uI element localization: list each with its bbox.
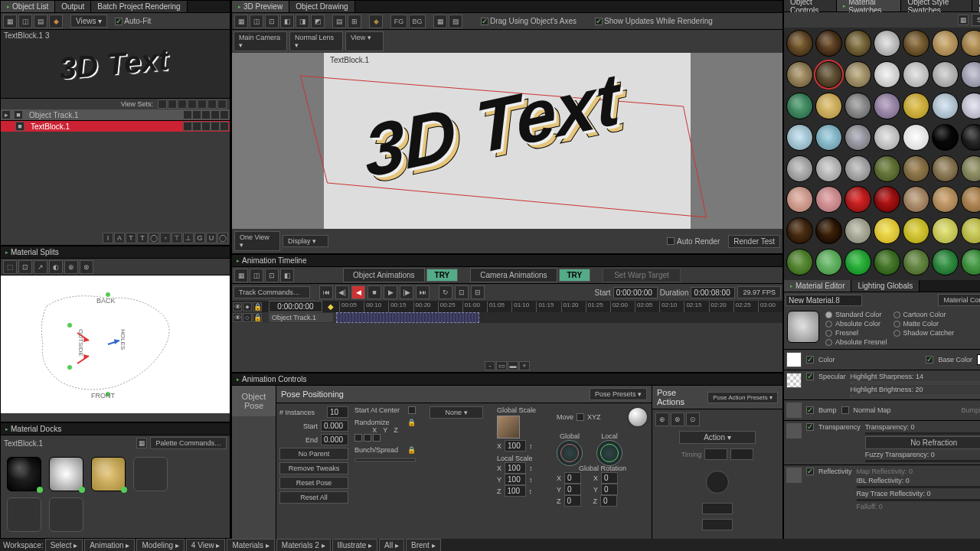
track-btn[interactable]	[183, 110, 192, 119]
bump-toggle[interactable]	[806, 406, 814, 414]
ws-modeling[interactable]: Modeling ▸	[136, 539, 184, 552]
timeline-tool-icon[interactable]: ⊟	[471, 285, 485, 299]
ws-4view[interactable]: 4 View ▸	[186, 539, 226, 552]
material-swatch[interactable]	[844, 61, 871, 88]
viewset-slot[interactable]	[188, 99, 197, 109]
material-swatch[interactable]	[903, 61, 929, 88]
material-swatch[interactable]	[844, 155, 871, 182]
timeline-tool-icon[interactable]: ◧	[280, 269, 294, 282]
pose-presets-dropdown[interactable]: Pose Presets ▾	[590, 388, 647, 400]
action-tool-icon[interactable]: ⊕	[655, 412, 669, 426]
material-swatch[interactable]	[932, 217, 959, 244]
material-swatch[interactable]	[874, 249, 900, 276]
tool-icon[interactable]: ▦	[3, 15, 17, 28]
color-toggle[interactable]	[806, 356, 814, 364]
global-rot-gizmo[interactable]	[557, 440, 583, 466]
views-dropdown[interactable]: Views ▾	[70, 15, 107, 28]
eye-icon[interactable]: 👁	[233, 313, 242, 322]
play-back-icon[interactable]: ◀	[351, 285, 365, 299]
circle-icon[interactable]: ○	[243, 313, 252, 322]
split-tool-icon[interactable]: ⊗	[80, 260, 93, 274]
letter-a-icon[interactable]: A	[114, 233, 125, 243]
refl-toggle[interactable]	[806, 468, 814, 475]
ray-slider[interactable]	[857, 499, 980, 501]
material-swatch[interactable]	[874, 93, 900, 119]
timing-input[interactable]	[704, 448, 727, 460]
view-dropdown[interactable]: View ▾	[345, 31, 384, 51]
rz2[interactable]	[600, 495, 617, 507]
display-dropdown[interactable]: Display ▾	[283, 235, 328, 247]
ry2[interactable]	[601, 484, 618, 495]
viewset-slot[interactable]	[168, 99, 177, 109]
material-swatch[interactable]	[874, 61, 900, 88]
specular-toggle[interactable]	[806, 373, 814, 380]
basecolor-toggle[interactable]	[926, 356, 933, 364]
material-swatch[interactable]	[815, 249, 842, 276]
sharpness-slider[interactable]	[851, 382, 980, 384]
letter-t2-icon[interactable]: T	[137, 233, 148, 243]
ws-animation[interactable]: Animation ▸	[84, 539, 135, 552]
viewset-slot[interactable]	[178, 99, 187, 109]
track-toggle-icon[interactable]: ▸	[2, 110, 11, 119]
tab-output[interactable]: Output	[55, 1, 91, 12]
material-swatch[interactable]	[815, 186, 842, 213]
material-swatch[interactable]	[932, 61, 959, 88]
viewport-3d[interactable]: TextBlock.1 3D Text 3D Text 3D Text	[232, 53, 782, 229]
start-input[interactable]	[321, 420, 348, 432]
action-tool-icon[interactable]: ⊙	[686, 412, 700, 426]
lens-dropdown[interactable]: Normal Lens ▾	[289, 31, 343, 51]
ibl-slider[interactable]	[857, 486, 980, 488]
grid-icon[interactable]: ▦	[958, 15, 969, 25]
start-center-checkbox[interactable]	[408, 406, 416, 414]
letter-t-icon[interactable]: T	[126, 233, 136, 243]
tab-style-swatches[interactable]: Object Style Swatches	[901, 0, 972, 11]
track-btn[interactable]	[183, 122, 192, 131]
track-btn[interactable]	[220, 110, 229, 119]
material-swatch[interactable]	[903, 249, 929, 276]
timing-input2[interactable]	[730, 448, 753, 460]
local-rot-gizmo[interactable]	[596, 440, 622, 466]
duration-input[interactable]	[691, 287, 735, 298]
refl-thumb[interactable]	[786, 468, 802, 483]
autofit-checkbox[interactable]	[115, 18, 122, 25]
material-swatch[interactable]	[932, 249, 959, 276]
tool-icon[interactable]: ◫	[18, 15, 32, 28]
radio-standard[interactable]	[825, 311, 832, 318]
dock-material-empty[interactable]	[49, 497, 83, 532]
reset-pose-button[interactable]: Reset Pose	[279, 477, 348, 489]
material-swatch[interactable]	[961, 93, 980, 119]
ws-brent[interactable]: Brent ▸	[406, 539, 441, 552]
try-button[interactable]: TRY	[559, 269, 591, 282]
color-thumb[interactable]	[786, 352, 802, 367]
material-swatch[interactable]	[903, 217, 929, 244]
preview-tool-icon[interactable]: ▦	[433, 15, 447, 28]
track-btn[interactable]	[201, 110, 211, 119]
try-button[interactable]: TRY	[426, 269, 459, 282]
preview-tool-icon[interactable]: ⊞	[348, 15, 361, 28]
material-swatch[interactable]	[961, 30, 980, 57]
track-btn[interactable]	[211, 122, 220, 131]
material-swatch[interactable]	[844, 30, 871, 57]
lscale-y[interactable]	[505, 474, 526, 485]
lock-icon[interactable]: 🔒	[253, 302, 262, 311]
bunch-slider[interactable]	[354, 458, 416, 461]
dock-material[interactable]	[7, 457, 41, 491]
lscale-z[interactable]	[505, 485, 526, 497]
set-warp-button[interactable]: Set Warp Target	[603, 268, 681, 282]
tab-lighting-globals[interactable]: Lighting Globals	[851, 280, 920, 292]
letter-g-icon[interactable]: G	[194, 233, 205, 243]
material-swatch[interactable]	[903, 93, 929, 119]
tab-lighting-rigs[interactable]: Lighting Rigs	[972, 0, 980, 11]
preview-tool-icon[interactable]: ◫	[250, 15, 263, 28]
show-updates-checkbox[interactable]	[595, 18, 603, 25]
ws-illustrate[interactable]: Illustrate ▸	[332, 539, 378, 552]
material-swatch[interactable]	[961, 155, 980, 182]
track-commands-dropdown[interactable]: Track Commands…	[234, 286, 310, 298]
tab-material-editor[interactable]: ▸Material Editor	[784, 280, 851, 292]
material-swatch[interactable]	[932, 186, 959, 213]
timeline-tool-icon[interactable]: ⊡	[455, 285, 469, 299]
pose-action-presets[interactable]: Pose Action Presets ▾	[707, 392, 778, 403]
track-btn[interactable]	[192, 110, 201, 119]
rand-y[interactable]	[364, 434, 371, 442]
circle-icon[interactable]: ●	[243, 302, 252, 311]
